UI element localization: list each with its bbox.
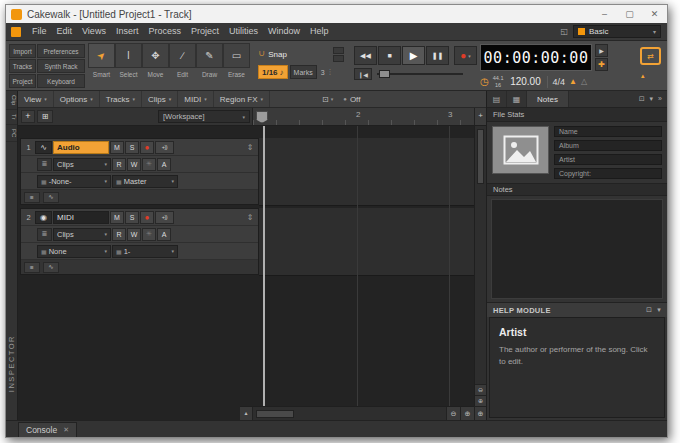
screenset-icon[interactable]: ◱	[560, 27, 568, 36]
erase-tool-button[interactable]: ▭ Erase	[223, 43, 250, 88]
mute-button[interactable]: M	[110, 211, 124, 224]
loop-button[interactable]: ⇄	[640, 47, 661, 65]
move-tool-button[interactable]: ✥ Move	[142, 43, 169, 88]
mix-controls-icon[interactable]: ≡	[24, 192, 40, 203]
time-display[interactable]: 00:00:00:00	[480, 44, 592, 71]
time-signature-value[interactable]: 4/4	[552, 77, 565, 87]
synth-rack-button[interactable]: Synth Rack	[37, 59, 85, 73]
snap-mode-buttons[interactable]	[333, 47, 344, 62]
archive-button[interactable]: A	[157, 158, 171, 171]
track-name-field[interactable]: Audio	[53, 141, 109, 154]
track-output-dropdown[interactable]: ▦ 1- ▾	[112, 245, 178, 258]
zoom-in-button[interactable]: ⊕	[460, 407, 474, 420]
album-field[interactable]: Album	[554, 140, 662, 151]
snap-marks-button[interactable]: Marks	[290, 65, 317, 79]
menu-project[interactable]: Project	[186, 23, 224, 40]
track-number[interactable]: 2	[23, 213, 34, 222]
draw-tool-button[interactable]: ✎ Draw	[196, 43, 223, 88]
add-marker-button[interactable]: ✚	[595, 58, 608, 71]
snap-options-icon[interactable]: ⋮	[327, 68, 334, 76]
mix-controls-icon[interactable]: ≡	[24, 262, 40, 273]
stop-button[interactable]: ■	[378, 46, 401, 65]
freeze-button[interactable]: ✳	[142, 158, 156, 171]
edit-filter-dropdown[interactable]: Clips ▾	[53, 228, 111, 241]
vertical-zoom-out-button[interactable]: ⊖	[475, 384, 486, 395]
time-format-button[interactable]: ▶	[595, 44, 608, 57]
vertical-zoom-in-button[interactable]: ⊕	[475, 395, 486, 406]
tv-menu-region-fx[interactable]: Region FX▾	[214, 91, 270, 107]
play-button[interactable]: ▶	[402, 46, 425, 65]
inspector-tab-track[interactable]: Tr	[6, 110, 17, 124]
menu-utilities[interactable]: Utilities	[224, 23, 263, 40]
playhead-line[interactable]	[263, 126, 265, 406]
expand-track-icon[interactable]: ⇕	[244, 213, 256, 222]
track-2-lane[interactable]	[259, 208, 474, 276]
name-field[interactable]: Name	[554, 126, 662, 137]
pause-button[interactable]: ❚❚	[426, 46, 449, 65]
collapse-panel-icon[interactable]: »	[658, 95, 662, 103]
menu-process[interactable]: Process	[143, 23, 186, 40]
audiosnap-toggle[interactable]: ● Off	[343, 95, 360, 104]
project-button[interactable]: Project	[9, 74, 36, 88]
dock-panel-icon[interactable]: ⊡	[639, 95, 645, 103]
dock-panel-icon[interactable]: ⊡	[646, 306, 652, 314]
track-name-field[interactable]: MIDI	[53, 211, 109, 224]
return-to-zero-button[interactable]: ❙◀	[354, 68, 372, 80]
slider-thumb[interactable]	[379, 70, 390, 78]
input-echo-button[interactable]: +))	[155, 211, 174, 224]
edit-tool-button[interactable]: ∕ Edit	[169, 43, 196, 88]
chevron-down-icon[interactable]: ▾	[650, 95, 654, 103]
record-arm-button[interactable]: ●	[140, 211, 154, 224]
automation-read-button[interactable]: R	[112, 158, 126, 171]
tempo-value[interactable]: 120.00	[507, 76, 543, 87]
vertical-scrollbar[interactable]: ⊖ ⊕	[474, 126, 486, 406]
select-tool-button[interactable]: I Select	[115, 43, 142, 88]
timeline-ruler[interactable]: 2 3	[252, 108, 474, 125]
notes-tab[interactable]: Notes	[527, 91, 569, 107]
zoom-tool-corner-button[interactable]: ⊕	[474, 406, 486, 420]
track-input-dropdown[interactable]: ▦ None ▾	[37, 245, 111, 258]
solo-button[interactable]: S	[125, 141, 139, 154]
keyboard-button[interactable]: Keyboard	[37, 74, 85, 88]
menu-window[interactable]: Window	[263, 23, 305, 40]
automation-write-button[interactable]: W	[127, 158, 141, 171]
track-1-lane[interactable]	[259, 138, 474, 206]
track-number[interactable]: 1	[23, 143, 34, 152]
waveform-preview-icon[interactable]: ∿	[43, 262, 59, 273]
menu-views[interactable]: Views	[77, 23, 111, 40]
preferences-button[interactable]: Preferences	[37, 44, 85, 58]
album-art-placeholder[interactable]	[492, 126, 549, 174]
snap-toggle[interactable]: Snap	[268, 50, 287, 59]
tracks-button[interactable]: Tracks	[9, 59, 36, 73]
close-tab-icon[interactable]: ✕	[63, 426, 69, 434]
workspace-dropdown[interactable]: [Workspace] ▾	[158, 110, 250, 123]
tv-menu-midi[interactable]: MIDI▾	[178, 91, 213, 107]
import-button[interactable]: Import	[9, 44, 36, 58]
chevron-down-icon[interactable]: ▾	[657, 306, 661, 314]
input-echo-button[interactable]: +))	[155, 141, 174, 154]
smart-tool-button[interactable]: ➤ Smart	[88, 43, 115, 88]
tv-menu-options[interactable]: Options▾	[54, 91, 100, 107]
menu-insert[interactable]: Insert	[111, 23, 144, 40]
archive-button[interactable]: A	[157, 228, 171, 241]
media-browser-tab-icon[interactable]: ▤	[487, 91, 507, 107]
console-tab[interactable]: Console ✕	[18, 422, 77, 437]
copyright-field[interactable]: Copyright:	[554, 168, 662, 179]
collapse-bus-pane-button[interactable]: ▴	[240, 407, 253, 420]
snap-resolution-button[interactable]: 1/16 ♪	[258, 65, 288, 79]
mute-button[interactable]: M	[110, 141, 124, 154]
menu-help[interactable]: Help	[305, 23, 334, 40]
record-arm-button[interactable]: ●	[140, 141, 154, 154]
inspector-tab-prochannel[interactable]: PC	[6, 125, 17, 142]
automation-write-button[interactable]: W	[127, 228, 141, 241]
horizontal-scrollbar-thumb[interactable]	[256, 410, 294, 418]
inspector-label[interactable]: INSPECTOR	[7, 335, 16, 392]
sample-rate-display[interactable]: 44.1 16	[493, 75, 504, 87]
tv-menu-clips[interactable]: Clips▾	[142, 91, 178, 107]
automation-read-button[interactable]: R	[112, 228, 126, 241]
tv-menu-view[interactable]: View▾	[18, 91, 54, 107]
waveform-preview-icon[interactable]: ∿	[43, 192, 59, 203]
plugin-browser-tab-icon[interactable]: ▦	[507, 91, 527, 107]
track-manager-button[interactable]: ⊞	[37, 110, 53, 123]
inspector-tab-clip[interactable]: Clip	[6, 91, 17, 110]
